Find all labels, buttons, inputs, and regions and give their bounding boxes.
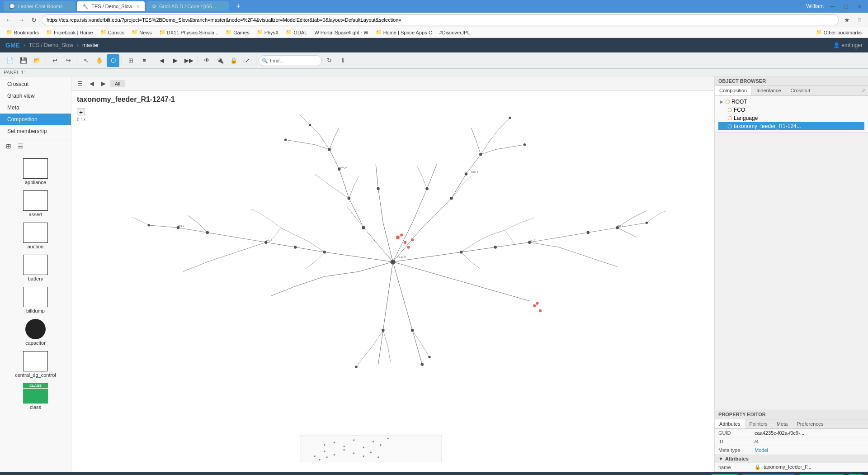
tree-item-root[interactable]: ▶ ⬡ ROOT	[718, 98, 864, 106]
tree-item-language[interactable]: ⬡ Language	[718, 114, 864, 122]
toolbar-forward-button[interactable]: ▶▶	[183, 54, 195, 67]
bookmark-news[interactable]: 📁 News	[129, 28, 155, 36]
bookmark-physx[interactable]: 📁 PhysX	[254, 28, 282, 36]
toolbar-new-button[interactable]: 📄	[4, 54, 16, 67]
tab-2[interactable]: 🔧 TES / Demo_Slow ×	[77, 1, 145, 11]
assert-label: assert	[29, 212, 42, 217]
maximize-button[interactable]: □	[841, 1, 851, 11]
toolbar-eye-button[interactable]: 👁	[200, 54, 213, 67]
app-user: 👤 emfinger	[833, 42, 863, 48]
sidebar-item-battery[interactable]: battery	[4, 253, 67, 283]
breadcrumb-project[interactable]: TES / Demo_Slow	[29, 42, 73, 48]
toolbar-cursor-button[interactable]: ↖	[80, 54, 92, 67]
bookmark-other[interactable]: 📁 Other bookmarks	[813, 28, 864, 36]
toolbar-layout-button[interactable]: ⊞	[124, 54, 137, 67]
forward-button[interactable]: →	[16, 15, 26, 25]
sidebar-item-capacitor[interactable]: capacitor	[4, 317, 67, 347]
sidebar-item-assert[interactable]: assert	[4, 189, 67, 219]
toolbar-plug-button[interactable]: 🔌	[214, 54, 226, 67]
bookmark-gdal[interactable]: 📁 GDAL	[283, 28, 310, 36]
sidebar-item-crosscut[interactable]: Crosscut	[0, 78, 71, 90]
zoom-in-button[interactable]: +	[77, 108, 85, 116]
prop-tab-pointers[interactable]: Pointers	[745, 419, 772, 428]
svg-point-7	[377, 187, 379, 190]
sidebar-item-class[interactable]: CLASS class	[4, 381, 67, 412]
prop-tab-attributes[interactable]: Attributes	[715, 419, 745, 428]
new-tab-button[interactable]: +	[231, 1, 244, 11]
toolbar-refresh-search-button[interactable]: ↻	[323, 54, 335, 67]
tab1-close[interactable]: ×	[67, 4, 70, 9]
address-bar[interactable]	[42, 14, 839, 25]
tab-3[interactable]: ⚙ GridLAB-D / Code / [r56... ×	[146, 1, 229, 11]
tab-1[interactable]: 💬 Ladder Chat Rooms ×	[4, 1, 75, 11]
capacitor-icon	[25, 319, 46, 339]
toolbar-expand-button[interactable]: ⤢	[241, 54, 254, 67]
bookmark-spaceapps[interactable]: 📁 Home | Space Apps C	[373, 28, 435, 36]
browser-menu-button[interactable]: ≡	[854, 15, 864, 25]
refresh-button[interactable]: ↻	[29, 15, 39, 25]
tab2-close[interactable]: ×	[137, 4, 139, 9]
sidebar-item-meta[interactable]: Meta	[0, 102, 71, 114]
bookmark-spaceflight[interactable]: W Portal:Spaceflight · W	[311, 29, 371, 36]
bookmark-discoverjpl[interactable]: #DiscoverJPL	[437, 29, 473, 36]
view-list-button[interactable]: ☰	[15, 141, 25, 151]
canvas-tab-all[interactable]: All	[110, 80, 125, 87]
obj-browser-expand[interactable]: ⤢	[859, 86, 868, 95]
svg-point-61	[370, 451, 372, 453]
toolbar-pan-button[interactable]: ✋	[93, 54, 106, 67]
obj-tab-inheritance[interactable]: Inheritance	[752, 86, 786, 95]
obj-tab-crosscut[interactable]: Crosscut	[786, 86, 815, 95]
svg-point-2	[391, 259, 396, 264]
tree-root-arrow: ▶	[720, 100, 723, 104]
class-icon: CLASS	[23, 383, 48, 404]
toolbar-info-button[interactable]: ℹ	[336, 54, 349, 67]
main-toolbar: 📄 💾 📂 ↩ ↪ ↖ ✋ ⬡ ⊞ ≡ ◀ ▶ ▶▶ 👁 🔌 🔒 ⤢ 🔍 ↻ ℹ	[0, 52, 868, 69]
sidebar-item-setmembership[interactable]: Set membership	[0, 125, 71, 137]
tree-item-taxonomy[interactable]: ⬡ taxonomy_feeder_R1-124...	[718, 122, 864, 130]
toolbar-lock-button[interactable]: 🔒	[227, 54, 240, 67]
toolbar-active-button[interactable]: ⬡	[107, 54, 119, 67]
svg-rect-47	[300, 435, 442, 462]
toolbar-sep-2	[77, 56, 77, 65]
sidebar-item-appliance[interactable]: appliance	[4, 157, 67, 187]
bookmark-games[interactable]: 📁 Games	[223, 28, 252, 36]
toolbar-left-button[interactable]: ◀	[156, 54, 168, 67]
svg-point-39	[309, 124, 311, 126]
sidebar-item-billdump[interactable]: billdump	[4, 285, 67, 315]
bookmark-bookmarks[interactable]: 📁 Bookmarks	[4, 28, 42, 36]
bookmark-button[interactable]: ★	[842, 15, 852, 25]
toolbar-open-button[interactable]: 📂	[31, 54, 43, 67]
svg-point-9	[450, 197, 453, 200]
bookmark-facebook[interactable]: 📁 Facebook | Home	[43, 28, 96, 36]
sidebar-item-graphview[interactable]: Graph view	[0, 90, 71, 102]
bookmark-comics[interactable]: 📁 Comics	[98, 28, 127, 36]
close-window-button[interactable]: ×	[854, 1, 864, 11]
toolbar-save-button[interactable]: 💾	[17, 54, 30, 67]
minimize-button[interactable]: ─	[827, 1, 837, 11]
svg-text:end_2: end_2	[178, 225, 184, 227]
toolbar-align-button[interactable]: ≡	[138, 54, 151, 67]
sidebar-item-auction[interactable]: auction	[4, 221, 67, 251]
toolbar-search-input[interactable]	[259, 55, 322, 66]
bookmark-dx11[interactable]: 📁 DX11 Physics Simula...	[156, 28, 221, 36]
canvas-nav-fwd[interactable]: ▶	[99, 79, 108, 89]
svg-point-49	[334, 442, 335, 443]
tree-item-fco[interactable]: ⬡ FCO	[718, 106, 864, 114]
toolbar-right-button[interactable]: ▶	[169, 54, 182, 67]
view-grid-button[interactable]: ⊞	[4, 141, 14, 151]
canvas-list-view-button[interactable]: ☰	[75, 79, 85, 89]
section-collapse-icon[interactable]: ▼	[718, 456, 723, 461]
tab3-close[interactable]: ×	[221, 4, 223, 9]
sidebar-item-central-dg-control[interactable]: central_dg_control	[4, 349, 67, 380]
toolbar-redo-button[interactable]: ↪	[62, 54, 75, 67]
toolbar-undo-button[interactable]: ↩	[48, 54, 61, 67]
sidebar-item-composition[interactable]: Composition	[0, 114, 71, 125]
prop-tab-preferences[interactable]: Preferences	[792, 419, 828, 428]
canvas-nav-back[interactable]: ◀	[87, 79, 97, 89]
browser-controls: ← → ↻ ★ ≡	[0, 13, 868, 27]
back-button[interactable]: ←	[4, 15, 14, 25]
prop-tab-meta[interactable]: Meta	[772, 419, 792, 428]
object-browser-header: OBJECT BROWSER	[715, 76, 868, 86]
svg-point-22	[382, 329, 384, 332]
obj-tab-composition[interactable]: Composition	[715, 86, 752, 95]
